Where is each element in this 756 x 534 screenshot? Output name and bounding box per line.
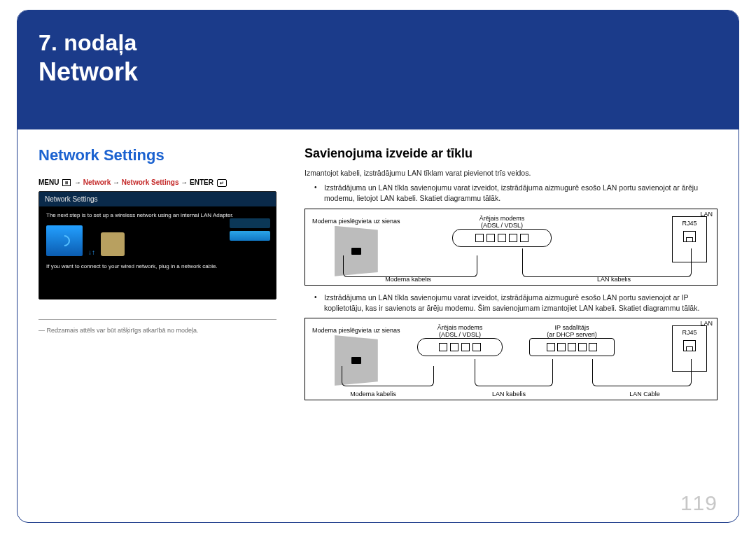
menu-path: MENU Ⅲ → Network → Network Settings → EN…	[38, 178, 276, 187]
d2-modem-label: Ārējais modems (ADSL / VDSL)	[438, 324, 483, 338]
chapter-header: 7. nodaļa Network	[18, 10, 738, 129]
cable-icon	[343, 255, 477, 277]
d2-lancable2: LAN Cable	[577, 391, 713, 398]
modem-icon	[417, 338, 503, 356]
ss-router-icon	[101, 232, 125, 256]
d2-iphub-label: IP sadalītājs (ar DHCP serveri)	[547, 324, 596, 338]
bullet2-text: Izstrādājuma un LAN tīkla savienojumu va…	[324, 293, 718, 314]
d1-wall-label: Modema pieslēgvieta uz sienas	[312, 218, 400, 225]
chapter-number: 7. nodaļa	[38, 30, 718, 56]
bullet-dot: •	[314, 183, 318, 204]
ss-tv-icon	[46, 225, 83, 256]
section-heading: Network Settings	[38, 146, 276, 164]
cable-icon	[522, 248, 692, 277]
cable-icon	[592, 359, 692, 386]
menu-icon: Ⅲ	[62, 179, 71, 186]
enter-icon: ↵	[217, 179, 227, 187]
bc-netset: Network Settings	[122, 178, 179, 186]
page-number: 119	[680, 491, 718, 515]
d1-modemcable: Modema kabelis	[305, 276, 511, 283]
ss-arrows-icon: ↓↑	[88, 248, 95, 256]
ss-button-active	[230, 231, 270, 241]
diagram-2: LAN Modema pieslēgvieta uz sienas Ārējai…	[304, 318, 718, 400]
bc-arrow2: →	[113, 178, 120, 186]
d2-wall-label: Modema pieslēgvieta uz sienas	[312, 327, 400, 334]
d2-modemcable: Modema kabelis	[305, 391, 441, 398]
diagram-1: LAN Modema pieslēgvieta uz sienas Ārējai…	[304, 209, 718, 286]
modem-icon	[452, 229, 552, 247]
rj45-icon	[683, 340, 696, 351]
d2-rj45-label: RJ45	[682, 329, 696, 336]
bc-arrow3: →	[181, 178, 188, 186]
bc-arrow1: →	[74, 178, 81, 186]
ss-title: Network Settings	[39, 192, 276, 206]
ip-sharer-icon	[529, 338, 615, 356]
d1-lancable: LAN kabelis	[511, 276, 717, 283]
bullet-dot: •	[314, 293, 318, 314]
d1-rj45-label: RJ45	[682, 220, 696, 227]
cable-icon	[342, 366, 434, 386]
ui-screenshot: Network Settings The next step is to set…	[38, 191, 276, 300]
chapter-title: Network	[38, 57, 718, 87]
bc-menu: MENU	[38, 178, 59, 186]
intro-text: Izmantojot kabeli, izstrādājumu LAN tīkl…	[304, 168, 718, 178]
bc-network: Network	[83, 178, 111, 186]
d1-modem-label: Ārējais modems (ADSL / VDSL)	[479, 215, 525, 229]
bc-enter: ENTER	[190, 178, 214, 186]
bullet1-text: Izstrādājuma un LAN tīkla savienojumu va…	[324, 183, 718, 204]
cable-icon	[475, 359, 553, 386]
d2-lancable: LAN kabelis	[441, 391, 577, 398]
ss-line2: If you want to connect to your wired net…	[46, 263, 269, 271]
disclaimer: ― Redzamais attēls var būt atšķirīgs atk…	[38, 319, 276, 334]
rj45-icon	[683, 231, 696, 242]
right-heading: Savienojuma izveide ar tīklu	[304, 146, 718, 161]
ss-button	[230, 218, 270, 228]
